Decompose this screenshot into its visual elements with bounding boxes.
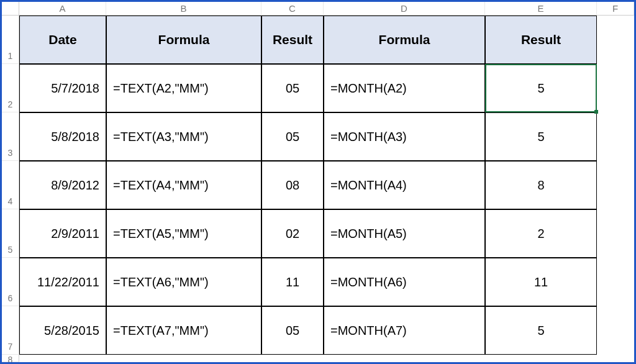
row-header-6[interactable]: 6 xyxy=(2,258,19,306)
cell-E5[interactable]: 2 xyxy=(485,209,597,258)
cell-F1[interactable] xyxy=(597,16,634,64)
cell-F2[interactable] xyxy=(597,64,634,112)
cell-E7[interactable]: 5 xyxy=(485,306,597,355)
cell-A4[interactable]: 8/9/2012 xyxy=(19,161,106,209)
cell-B7[interactable]: =TEXT(A7,"MM") xyxy=(106,306,261,355)
cell-C8[interactable] xyxy=(261,355,324,362)
cell-A8[interactable] xyxy=(19,355,106,362)
cell-C2[interactable]: 05 xyxy=(261,64,324,112)
row-header-7[interactable]: 7 xyxy=(2,306,19,355)
cell-D7[interactable]: =MONTH(A7) xyxy=(324,306,485,355)
cell-A5[interactable]: 2/9/2011 xyxy=(19,209,106,258)
header-result-c[interactable]: Result xyxy=(261,16,324,64)
row-header-3[interactable]: 3 xyxy=(2,112,19,161)
header-formula-b[interactable]: Formula xyxy=(106,16,261,64)
cell-D8[interactable] xyxy=(324,355,485,362)
cell-C4[interactable]: 08 xyxy=(261,161,324,209)
cell-E3[interactable]: 5 xyxy=(485,112,597,161)
spreadsheet-grid: A B C D E F 1 Date Formula Result Formul… xyxy=(2,2,634,362)
row-header-1[interactable]: 1 xyxy=(2,16,19,64)
cell-E6[interactable]: 11 xyxy=(485,258,597,306)
row-header-4[interactable]: 4 xyxy=(2,161,19,209)
cell-B8[interactable] xyxy=(106,355,261,362)
cell-B5[interactable]: =TEXT(A5,"MM") xyxy=(106,209,261,258)
cell-F6[interactable] xyxy=(597,258,634,306)
cell-D5[interactable]: =MONTH(A5) xyxy=(324,209,485,258)
cell-B2[interactable]: =TEXT(A2,"MM") xyxy=(106,64,261,112)
cell-F3[interactable] xyxy=(597,112,634,161)
cell-A7[interactable]: 5/28/2015 xyxy=(19,306,106,355)
cell-C5[interactable]: 02 xyxy=(261,209,324,258)
cell-D2[interactable]: =MONTH(A2) xyxy=(324,64,485,112)
cell-D3[interactable]: =MONTH(A3) xyxy=(324,112,485,161)
column-header-B[interactable]: B xyxy=(106,2,261,16)
header-formula-d[interactable]: Formula xyxy=(324,16,485,64)
row-header-8[interactable]: 8 xyxy=(2,355,19,362)
column-header-D[interactable]: D xyxy=(324,2,485,16)
cell-C7[interactable]: 05 xyxy=(261,306,324,355)
column-header-A[interactable]: A xyxy=(19,2,106,16)
cell-A3[interactable]: 5/8/2018 xyxy=(19,112,106,161)
cell-E4[interactable]: 8 xyxy=(485,161,597,209)
cell-D4[interactable]: =MONTH(A4) xyxy=(324,161,485,209)
column-header-F[interactable]: F xyxy=(597,2,634,16)
row-header-5[interactable]: 5 xyxy=(2,209,19,258)
cell-D6[interactable]: =MONTH(A6) xyxy=(324,258,485,306)
cell-B4[interactable]: =TEXT(A4,"MM") xyxy=(106,161,261,209)
cell-C3[interactable]: 05 xyxy=(261,112,324,161)
header-date[interactable]: Date xyxy=(19,16,106,64)
cell-F8[interactable] xyxy=(597,355,634,362)
cell-F4[interactable] xyxy=(597,161,634,209)
cell-E2-selected[interactable]: 5 xyxy=(485,64,597,112)
cell-C6[interactable]: 11 xyxy=(261,258,324,306)
cell-B3[interactable]: =TEXT(A3,"MM") xyxy=(106,112,261,161)
cell-F7[interactable] xyxy=(597,306,634,355)
cell-E8[interactable] xyxy=(485,355,597,362)
row-header-2[interactable]: 2 xyxy=(2,64,19,112)
cell-A2[interactable]: 5/7/2018 xyxy=(19,64,106,112)
cell-F5[interactable] xyxy=(597,209,634,258)
cell-B6[interactable]: =TEXT(A6,"MM") xyxy=(106,258,261,306)
column-header-E[interactable]: E xyxy=(485,2,597,16)
cell-A6[interactable]: 11/22/2011 xyxy=(19,258,106,306)
grid-corner xyxy=(2,2,19,16)
column-header-C[interactable]: C xyxy=(261,2,324,16)
header-result-e[interactable]: Result xyxy=(485,16,597,64)
